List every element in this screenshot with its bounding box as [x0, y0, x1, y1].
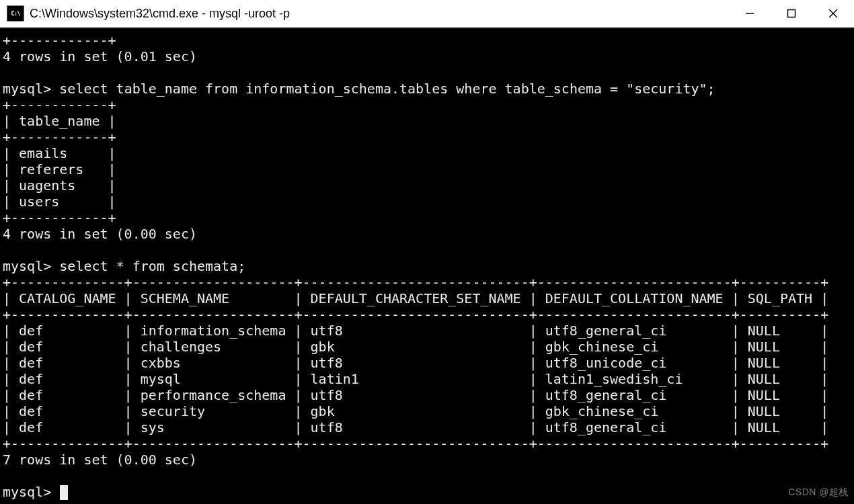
- minimize-icon: [744, 8, 755, 19]
- table-header: | CATALOG_NAME | SCHEMA_NAME | DEFAULT_C…: [3, 290, 828, 306]
- cmd-icon: C:\: [7, 5, 24, 22]
- result-text: 4 rows in set (0.01 sec): [3, 48, 197, 65]
- minimize-button[interactable]: [729, 0, 771, 27]
- table-border: +--------------+--------------------+---…: [3, 435, 828, 452]
- prompt: mysql>: [3, 484, 51, 500]
- query-text: select table_name from information_schem…: [59, 81, 715, 97]
- table-border: +------------+: [3, 129, 116, 145]
- titlebar[interactable]: C:\ C:\Windows\system32\cmd.exe - mysql …: [0, 0, 854, 28]
- titlebar-left: C:\ C:\Windows\system32\cmd.exe - mysql …: [7, 5, 290, 22]
- table-header: | table_name |: [3, 113, 116, 129]
- window: C:\ C:\Windows\system32\cmd.exe - mysql …: [0, 0, 854, 504]
- close-button[interactable]: [812, 0, 854, 27]
- watermark: CSDN @超栈: [788, 484, 849, 500]
- query-text: select * from schemata;: [59, 258, 245, 274]
- maximize-button[interactable]: [771, 0, 812, 27]
- table-row: | def | information_schema | utf8 | utf8…: [3, 323, 828, 339]
- table-border: +------------+: [3, 97, 116, 113]
- table-row: | uagents |: [3, 177, 116, 194]
- table-row: | users |: [3, 194, 116, 210]
- maximize-icon: [786, 8, 797, 19]
- table-border: +------------+: [3, 32, 116, 48]
- table-row: | def | cxbbs | utf8 | utf8_unicode_ci |…: [3, 355, 828, 371]
- window-title: C:\Windows\system32\cmd.exe - mysql -uro…: [30, 7, 290, 21]
- table-row: | def | mysql | latin1 | latin1_swedish_…: [3, 371, 828, 387]
- table-row: | def | security | gbk | gbk_chinese_ci …: [3, 403, 828, 419]
- prompt: mysql>: [3, 81, 51, 97]
- table-border: +------------+: [3, 210, 116, 226]
- table-border: +--------------+--------------------+---…: [3, 274, 828, 290]
- table-row: | referers |: [3, 161, 116, 177]
- terminal-area[interactable]: +------------+ 4 rows in set (0.01 sec) …: [0, 28, 854, 504]
- table-row: | def | challenges | gbk | gbk_chinese_c…: [3, 339, 828, 355]
- close-icon: [828, 8, 839, 19]
- table-border: +--------------+--------------------+---…: [3, 306, 828, 323]
- prompt: mysql>: [3, 258, 51, 274]
- result-text: 7 rows in set (0.00 sec): [3, 452, 197, 468]
- table-row: | def | sys | utf8 | utf8_general_ci | N…: [3, 419, 828, 435]
- table-row: | def | performance_schema | utf8 | utf8…: [3, 387, 828, 403]
- window-controls: [729, 0, 854, 27]
- svg-rect-1: [788, 10, 795, 17]
- table-row: | emails |: [3, 145, 116, 161]
- result-text: 4 rows in set (0.00 sec): [3, 226, 197, 242]
- cursor: [60, 485, 68, 500]
